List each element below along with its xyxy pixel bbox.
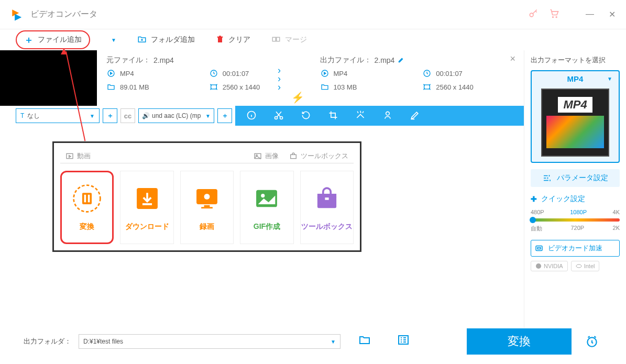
add-audio-button[interactable]: ＋ <box>217 108 232 123</box>
source-filename: 2.mp4 <box>153 56 174 64</box>
output-format-card[interactable]: MP4 ▼ MP4 <box>531 70 620 163</box>
key-icon[interactable] <box>528 8 539 21</box>
source-size: 89.01 MB <box>120 83 149 91</box>
tab-toolbox-label: ツールボックス <box>301 151 348 161</box>
audio-track-select[interactable]: 🔊 und aac (LC) (mp ▼ <box>138 108 214 123</box>
output-format: MP4 <box>334 70 348 78</box>
titlebar: ビデオコンバータ — ✕ <box>0 0 626 29</box>
preset-4k: 4K <box>613 209 620 215</box>
cart-icon[interactable] <box>549 8 559 21</box>
module-download[interactable]: ダウンロード <box>120 171 173 244</box>
source-label: 元ファイル： <box>106 56 150 65</box>
close-button[interactable]: ✕ <box>609 9 616 19</box>
footer: 出力フォルダ： D:¥1¥test files ▼ 変換 <box>0 328 626 355</box>
svg-rect-22 <box>88 195 90 203</box>
module-toolbox-label: ツールボックス <box>301 222 353 231</box>
output-folder-select[interactable]: D:¥1¥test files ▼ <box>79 334 341 349</box>
tab-image[interactable]: 画像 <box>248 149 284 163</box>
open-folder-icon[interactable] <box>358 334 371 349</box>
tab-toolbox[interactable]: ツールボックス <box>284 149 354 163</box>
cc-button[interactable]: cc <box>120 108 135 123</box>
module-record-label: 録画 <box>200 222 214 231</box>
clear-button[interactable]: クリア <box>216 35 250 45</box>
clock-icon <box>209 69 218 78</box>
svg-rect-18 <box>291 155 296 158</box>
remove-file-button[interactable]: × <box>510 53 515 64</box>
add-subtitle-button[interactable]: ＋ <box>103 108 117 123</box>
add-file-dropdown[interactable]: ▼ <box>111 37 116 43</box>
output-folder-label: 出力フォルダ： <box>24 337 71 346</box>
source-resolution: 2560 x 1440 <box>223 83 260 91</box>
module-record[interactable]: 録画 <box>180 171 234 244</box>
list-icon[interactable] <box>397 334 410 349</box>
svg-rect-16 <box>255 153 261 158</box>
app-logo-icon <box>10 8 24 21</box>
module-gif[interactable]: GIF作成 <box>240 171 293 244</box>
edit-filename-icon[interactable] <box>398 56 405 65</box>
file-item-row: 元ファイル： 2.mp4 MP4 00:01:07 89.01 MB 2560 … <box>0 50 524 106</box>
subtitle-select[interactable]: T なし ▼ <box>16 108 100 123</box>
svg-rect-7 <box>211 85 216 89</box>
resolution-icon <box>209 83 218 91</box>
module-convert[interactable]: 変換 <box>60 171 114 244</box>
tab-video[interactable]: 動画 <box>60 149 248 163</box>
app-title: ビデオコンバータ <box>30 9 97 20</box>
format-icon <box>106 69 116 78</box>
svg-rect-34 <box>537 248 541 249</box>
effects-icon[interactable] <box>355 110 366 122</box>
add-folder-button[interactable]: フォルダ追加 <box>137 35 195 46</box>
svg-rect-21 <box>84 195 86 203</box>
svg-point-1 <box>553 16 554 17</box>
sidebar-title: 出力フォーマットを選択 <box>531 56 620 65</box>
svg-point-2 <box>556 16 557 17</box>
schedule-button[interactable] <box>579 328 605 355</box>
folder-icon <box>320 83 330 91</box>
chevron-down-icon: ▼ <box>607 76 612 82</box>
trash-icon <box>216 35 224 45</box>
rotate-icon[interactable] <box>300 110 312 122</box>
tab-image-label: 画像 <box>265 151 279 161</box>
info-icon[interactable] <box>246 110 257 122</box>
video-thumbnail[interactable] <box>0 50 97 106</box>
quality-slider[interactable]: 480P 1080P 4K 自動 720P 2K <box>531 209 620 233</box>
output-duration: 00:01:07 <box>436 70 463 78</box>
module-toolbox[interactable]: ツールボックス <box>300 171 354 244</box>
module-download-label: ダウンロード <box>125 222 169 231</box>
gpu-accel-button[interactable]: ビデオカード加速 <box>531 240 620 257</box>
svg-rect-27 <box>201 207 213 208</box>
convert-button[interactable]: 変換 <box>467 328 572 355</box>
gpu-chip-nvidia: NVIDIA <box>531 261 568 271</box>
parameter-settings-button[interactable]: パラメータ設定 <box>531 169 620 187</box>
edit-icon[interactable] <box>409 110 421 122</box>
merge-button[interactable]: マージ <box>271 35 307 46</box>
svg-point-0 <box>530 13 533 17</box>
format-thumbnail: MP4 <box>541 89 609 157</box>
quick-settings-title: ✚ クイック設定 <box>531 194 620 204</box>
folder-icon <box>106 83 116 91</box>
preset-720p: 720P <box>570 225 584 233</box>
output-folder-path: D:¥1¥test files <box>83 338 123 345</box>
folder-plus-icon <box>137 35 147 46</box>
svg-rect-32 <box>325 197 328 200</box>
merge-label: マージ <box>285 35 307 45</box>
toolbar: ＋ ファイル追加 ▼ フォルダ追加 クリア マージ <box>0 29 626 50</box>
svg-rect-20 <box>82 193 92 204</box>
module-gif-label: GIF作成 <box>254 222 280 231</box>
crop-icon[interactable] <box>327 110 339 122</box>
add-folder-label: フォルダ追加 <box>151 35 195 45</box>
trim-icon[interactable] <box>273 110 284 122</box>
output-size: 103 MB <box>334 83 357 91</box>
add-file-label: ファイル追加 <box>38 35 82 45</box>
chevron-down-icon: ▼ <box>90 113 95 119</box>
minimize-button[interactable]: — <box>586 9 594 19</box>
output-format-value: MP4 <box>567 74 584 83</box>
slider-thumb[interactable] <box>530 217 536 223</box>
output-file-panel: 出力ファイル： 2.mp4 MP4 00:01:07 103 MB 2560 x… <box>311 50 524 106</box>
add-file-button[interactable]: ＋ ファイル追加 <box>16 30 90 49</box>
svg-rect-10 <box>424 85 430 89</box>
gpu-accel-label: ビデオカード加速 <box>548 244 602 253</box>
format-thumb-label: MP4 <box>558 97 592 113</box>
preset-1080p: 1080P <box>570 209 587 215</box>
chevron-down-icon: ▼ <box>331 339 336 345</box>
watermark-icon[interactable] <box>382 110 393 122</box>
